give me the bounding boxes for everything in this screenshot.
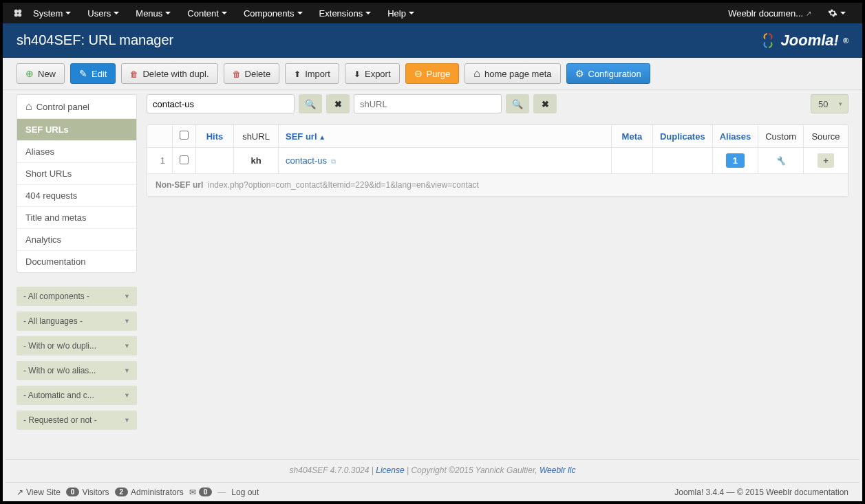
add-source-button[interactable]: +	[818, 153, 834, 168]
delete-with-dupl-button[interactable]: Delete with dupl.	[121, 63, 217, 84]
row-check[interactable]	[180, 155, 189, 164]
menu-help[interactable]: Help	[381, 4, 421, 23]
col-checkall	[172, 125, 195, 148]
minus-circle-icon	[414, 68, 423, 79]
svg-point-3	[18, 13, 21, 17]
menu-extensions[interactable]: Extensions	[312, 4, 378, 23]
company-link[interactable]: Weeblr llc	[540, 465, 575, 475]
chevron-down-icon: ▼	[124, 417, 130, 424]
search-input[interactable]	[147, 94, 295, 113]
filter-components[interactable]: - All components -▼	[17, 287, 137, 306]
nav-title-metas[interactable]: Title and metas	[17, 207, 136, 229]
menu-content[interactable]: Content	[180, 4, 234, 23]
action-toolbar: New Edit Delete with dupl. Delete Import…	[3, 58, 862, 90]
nav-short-urls[interactable]: Short URLs	[17, 163, 136, 185]
sidebar-nav: Control panel SEF URLs Aliases Short URL…	[17, 94, 137, 273]
edit-button[interactable]: Edit	[70, 63, 116, 84]
filter-languages[interactable]: - All languages -▼	[17, 311, 137, 331]
filter-custom[interactable]: - Automatic and c...▼	[17, 386, 137, 405]
row-shurl: kh	[233, 148, 278, 174]
menu-users[interactable]: Users	[81, 4, 126, 23]
svg-point-1	[18, 10, 21, 13]
col-hits[interactable]: Hits	[195, 125, 233, 148]
sidebar: Control panel SEF URLs Aliases Short URL…	[17, 94, 137, 430]
nav-documentation[interactable]: Documentation	[17, 251, 136, 272]
settings-menu[interactable]	[821, 4, 853, 22]
purge-button[interactable]: Purge	[405, 63, 460, 84]
page-header: sh404SEF: URL manager Joomla!®	[3, 23, 862, 58]
download-icon	[354, 69, 361, 79]
main-content: 50 Hits shURL SEF url Meta Duplicates Al…	[147, 94, 848, 430]
admins-link[interactable]: 2Administrators	[115, 487, 184, 497]
row-source: +	[803, 148, 848, 174]
col-source: Source	[803, 125, 848, 148]
external-link-icon	[17, 487, 23, 497]
wrench-icon[interactable]	[776, 155, 786, 166]
limit-select[interactable]: 50	[811, 94, 848, 113]
filter-bar: 50	[147, 94, 848, 113]
sef-url-link[interactable]: contact-us⧉	[286, 155, 336, 166]
export-button[interactable]: Export	[345, 63, 400, 84]
aliases-badge[interactable]: 1	[726, 153, 745, 168]
page-title: sh404SEF: URL manager	[17, 32, 173, 48]
version-bar: sh404SEF 4.7.0.3024 | License | Copyrigh…	[6, 459, 859, 481]
chevron-down-icon: ▼	[124, 318, 130, 325]
new-button[interactable]: New	[17, 63, 65, 84]
filter-requested[interactable]: - Requested or not -▼	[17, 410, 137, 430]
import-button[interactable]: Import	[285, 63, 339, 84]
nav-aliases[interactable]: Aliases	[17, 141, 136, 163]
joomla-logo: Joomla!®	[759, 32, 848, 50]
plus-icon	[25, 68, 34, 79]
pencil-icon	[79, 68, 87, 79]
footer-version: Joomla! 3.4.4 — © 2015 Weeblr documentat…	[674, 487, 848, 497]
chevron-down-icon: ▼	[124, 367, 130, 374]
visitors-count: 0	[66, 487, 80, 496]
search-button[interactable]	[299, 94, 322, 113]
nav-control-panel[interactable]: Control panel	[17, 95, 136, 119]
clear-search-button[interactable]	[326, 94, 350, 113]
chevron-down-icon: ▼	[124, 342, 130, 349]
row-hits	[195, 148, 233, 174]
nav-analytics[interactable]: Analytics	[17, 229, 136, 251]
trash-icon	[130, 69, 138, 79]
shurl-search-button[interactable]	[506, 94, 529, 113]
menu-system[interactable]: System	[26, 4, 78, 23]
chevron-down-icon: ▼	[124, 293, 130, 300]
filter-aliases[interactable]: - With or w/o alias...▼	[17, 361, 137, 380]
nonsef-value: index.php?option=com_contact&Itemid=229&…	[208, 180, 479, 190]
col-duplicates[interactable]: Duplicates	[652, 125, 712, 148]
site-link[interactable]: Weeblr documen... ↗	[721, 4, 818, 23]
menu-components[interactable]: Components	[237, 4, 310, 23]
external-link-icon: ⧉	[331, 157, 336, 165]
home-icon	[25, 100, 32, 113]
col-aliases[interactable]: Aliases	[712, 125, 758, 148]
logout-link[interactable]: Log out	[231, 487, 259, 497]
delete-button[interactable]: Delete	[224, 63, 280, 84]
nonsef-label: Non-SEF url	[156, 180, 203, 190]
shurl-search-input[interactable]	[354, 94, 502, 113]
mail-count: 0	[199, 487, 213, 496]
visitors-link[interactable]: 0Visitors	[66, 487, 109, 497]
col-custom: Custom	[758, 125, 803, 148]
home-meta-button[interactable]: home page meta	[464, 63, 560, 84]
shurl-clear-button[interactable]	[533, 94, 557, 113]
top-menubar: System Users Menus Content Components Ex…	[3, 3, 862, 23]
view-site-link[interactable]: View Site	[17, 487, 61, 497]
trash-icon	[233, 69, 241, 79]
col-sef-url[interactable]: SEF url	[278, 125, 611, 148]
check-all[interactable]	[180, 131, 189, 140]
filter-duplicates[interactable]: - With or w/o dupli...▼	[17, 336, 137, 355]
chevron-down-icon: ▼	[124, 392, 130, 399]
license-link[interactable]: License	[376, 465, 404, 475]
home-icon	[473, 67, 480, 80]
nav-sef-urls[interactable]: SEF URLs	[17, 119, 136, 141]
svg-point-0	[14, 10, 18, 13]
row-meta	[611, 148, 652, 174]
col-rownum	[147, 125, 172, 148]
mail-link[interactable]: ✉0	[189, 487, 213, 497]
col-meta[interactable]: Meta	[611, 125, 652, 148]
configuration-button[interactable]: Configuration	[566, 63, 650, 84]
upload-icon	[294, 69, 301, 79]
menu-menus[interactable]: Menus	[129, 4, 178, 23]
nav-404-requests[interactable]: 404 requests	[17, 185, 136, 207]
